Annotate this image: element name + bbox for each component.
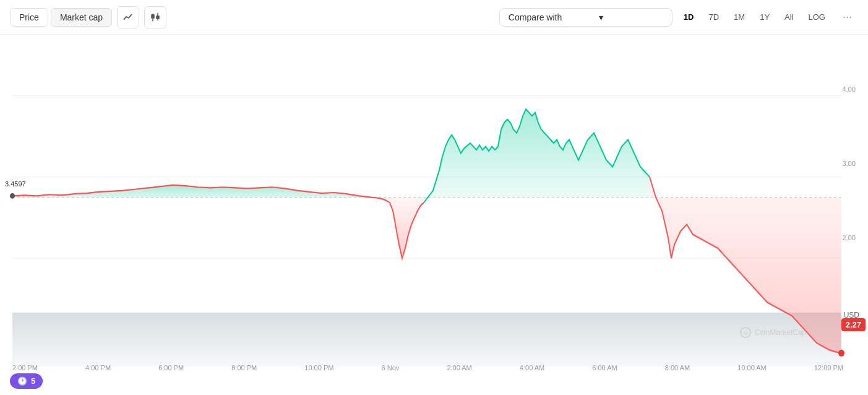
x-label-6: 2:00 AM (447, 364, 471, 371)
log-scale-btn[interactable]: LOG (802, 9, 831, 25)
clock-icon: 🕐 (17, 376, 27, 386)
y-axis-label-300: 3.00 (843, 160, 856, 167)
x-label-7: 4:00 AM (520, 364, 544, 371)
more-options-btn[interactable]: ··· (836, 7, 858, 27)
time-period-group: 1D 7D 1M 1Y All LOG (677, 9, 831, 25)
marketcap-tab[interactable]: Market cap (51, 8, 112, 27)
chart-area: 4.00 3.00 2.00 USD 3.4597 2.27 2:00 PM 4… (0, 35, 868, 394)
svg-point-10 (838, 350, 844, 357)
x-label-9: 8:00 AM (665, 364, 690, 371)
current-price-badge: 2.27 (841, 318, 866, 331)
x-axis-labels: 2:00 PM 4:00 PM 6:00 PM 8:00 PM 10:00 PM… (12, 364, 843, 371)
y-axis-label-200: 2.00 (843, 234, 856, 241)
time-all[interactable]: All (778, 9, 799, 25)
price-chart (0, 35, 868, 394)
notification-count: 5 (31, 376, 35, 386)
x-label-10: 10:00 AM (737, 364, 766, 371)
price-tab[interactable]: Price (10, 8, 48, 27)
line-chart-icon-btn[interactable] (117, 6, 139, 28)
chart-toolbar: Price Market cap Compare with ▾ 1D 7D 1M… (0, 0, 868, 35)
compare-dropdown[interactable]: Compare with ▾ (499, 8, 672, 27)
x-label-1: 4:00 PM (85, 364, 111, 371)
x-label-11: 12:00 PM (814, 364, 843, 371)
chevron-down-icon: ▾ (599, 12, 603, 22)
x-label-4: 10:00 PM (304, 364, 333, 371)
baseline-price-label: 3.4597 (5, 180, 26, 188)
svg-rect-3 (157, 16, 159, 19)
svg-point-9 (10, 193, 15, 199)
view-tab-group: Price Market cap (10, 8, 112, 27)
time-1d[interactable]: 1D (677, 9, 700, 25)
x-label-3: 8:00 PM (231, 364, 257, 371)
x-label-0: 2:00 PM (12, 364, 38, 371)
notification-badge[interactable]: 🕐 5 (10, 373, 43, 389)
compare-label: Compare with (509, 12, 562, 22)
y-axis-label-400: 4.00 (843, 85, 856, 93)
time-1m[interactable]: 1M (728, 9, 751, 25)
time-7d[interactable]: 7D (702, 9, 725, 25)
x-label-5: 6 Nov (382, 364, 400, 371)
x-label-8: 6:00 AM (592, 364, 617, 371)
candle-chart-icon-btn[interactable] (144, 6, 166, 28)
svg-text:M: M (743, 331, 747, 336)
cmc-watermark: M CoinMarketCap (740, 327, 806, 338)
x-label-2: 6:00 PM (158, 364, 184, 371)
time-1y[interactable]: 1Y (754, 9, 776, 25)
svg-rect-1 (152, 15, 154, 18)
svg-rect-8 (12, 313, 841, 367)
